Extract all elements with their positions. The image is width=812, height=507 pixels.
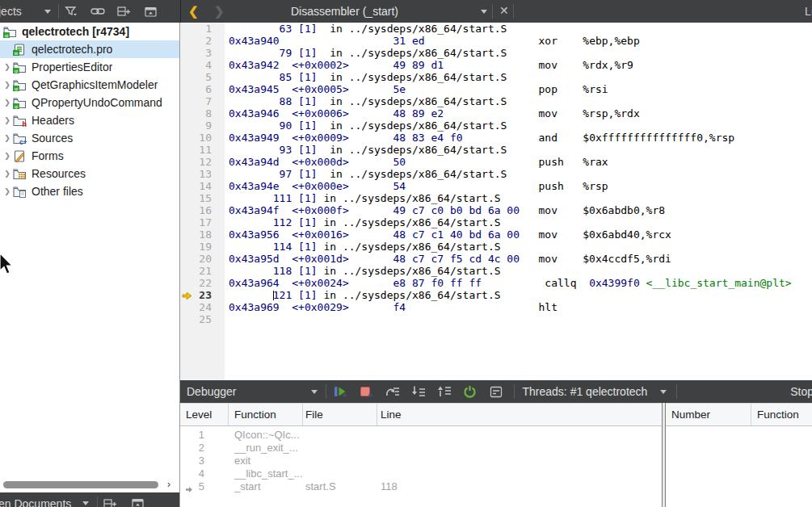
- stack-column-function[interactable]: Function: [229, 404, 303, 425]
- document-dropdown[interactable]: Disassembler (_start): [291, 5, 398, 18]
- breakpoints-column-function[interactable]: Function: [751, 404, 812, 425]
- console-view-icon[interactable]: [484, 382, 508, 401]
- line-number[interactable]: 18: [180, 228, 225, 241]
- stack-frame-row[interactable]: 5_startstart.S118: [180, 480, 663, 492]
- disasm-line-6[interactable]: 0x43a945 <+0x0005> 5e pop %rsi: [225, 83, 812, 95]
- chevron-down-icon[interactable]: [481, 10, 487, 14]
- code-area[interactable]: 63 [1] in ../sysdeps/x86_64/start.S0x43a…: [225, 23, 812, 380]
- disasm-line-3[interactable]: 79 [1] in ../sysdeps/x86_64/start.S: [225, 47, 812, 59]
- disasm-line-21[interactable]: 118 [1] in ../sysdeps/x86_64/start.S: [225, 265, 812, 277]
- chevron-down-icon[interactable]: [311, 390, 318, 394]
- chevron-right-icon[interactable]: ❯: [2, 98, 13, 107]
- chevron-down-icon[interactable]: [44, 10, 51, 14]
- split-new-window-icon[interactable]: [101, 495, 119, 507]
- line-number[interactable]: 25: [180, 313, 225, 325]
- sidebar-item-qetgraphicsitemmodeler[interactable]: ❯qtQetGraphicsItemModeler: [0, 76, 179, 94]
- line-number[interactable]: 10: [180, 132, 225, 144]
- forward-icon[interactable]: ❯: [214, 4, 225, 19]
- disasm-line-5[interactable]: 85 [1] in ../sysdeps/x86_64/start.S: [225, 71, 812, 83]
- disasm-line-4[interactable]: 0x43a942 <+0x0002> 49 89 d1 mov %rdx,%r9: [225, 59, 812, 71]
- stack-frame-row[interactable]: 4__libc_start_...: [180, 467, 663, 480]
- scroll-right-icon[interactable]: ›: [167, 479, 170, 490]
- line-number[interactable]: 11: [180, 144, 225, 156]
- disasm-line-19[interactable]: 114 [1] in ../sysdeps/x86_64/start.S: [225, 241, 812, 253]
- scrollbar-thumb[interactable]: [3, 481, 158, 488]
- sidebar-item-resources[interactable]: ❯Resources: [0, 165, 179, 182]
- breakpoints-column-number[interactable]: Number: [666, 404, 751, 425]
- disasm-line-7[interactable]: 88 [1] in ../sysdeps/x86_64/start.S: [225, 95, 812, 107]
- link-with-editor-icon[interactable]: [89, 2, 107, 20]
- line-number[interactable]: 9: [180, 119, 225, 132]
- line-number[interactable]: 23: [180, 289, 225, 301]
- sidebar-item-propertieseditor[interactable]: ❯qtPropertiesEditor: [0, 58, 179, 76]
- line-number[interactable]: 4: [180, 59, 225, 71]
- interrupt-icon[interactable]: [355, 382, 379, 401]
- restart-icon[interactable]: [458, 382, 482, 401]
- chevron-right-icon[interactable]: ❯: [2, 152, 13, 160]
- disasm-line-13[interactable]: 97 [1] in ../sysdeps/x86_64/start.S: [225, 168, 812, 180]
- sidebar-item-qelectrotech-r4734[interactable]: qtqelectrotech [r4734]: [0, 23, 179, 40]
- stack-column-level[interactable]: Level: [180, 404, 229, 425]
- sidebar-item-forms[interactable]: ❯Forms: [0, 147, 179, 165]
- disasm-line-1[interactable]: 63 [1] in ../sysdeps/x86_64/start.S: [225, 23, 812, 35]
- line-number[interactable]: 13: [180, 168, 225, 180]
- step-out-icon[interactable]: [432, 382, 456, 401]
- open-documents-title[interactable]: en Documents: [0, 497, 71, 507]
- disasm-line-25[interactable]: [225, 313, 812, 325]
- close-icon[interactable]: ✕: [499, 4, 509, 17]
- line-number[interactable]: 24: [180, 301, 225, 313]
- line-number[interactable]: 12: [180, 156, 225, 168]
- disasm-line-20[interactable]: 0x43a95d <+0x001d> 48 c7 c7 f5 cd 4c 00 …: [225, 253, 812, 265]
- disasm-line-9[interactable]: 90 [1] in ../sysdeps/x86_64/start.S: [225, 119, 812, 132]
- chevron-right-icon[interactable]: ❯: [2, 170, 13, 178]
- line-number[interactable]: 22: [180, 277, 225, 289]
- chevron-right-icon[interactable]: ❯: [2, 134, 13, 142]
- sidebar-item-qelectrotech-pro[interactable]: qelectrotech.pro: [0, 40, 179, 58]
- line-number[interactable]: 6: [180, 83, 225, 95]
- chevron-right-icon[interactable]: ❯: [2, 63, 13, 71]
- disasm-line-2[interactable]: 0x43a940 31 ed xor %ebp,%ebp: [225, 35, 812, 47]
- back-icon[interactable]: ❮: [188, 4, 199, 19]
- line-number[interactable]: 15: [180, 192, 225, 204]
- line-number-gutter[interactable]: 1234567891011121314151617181920212223242…: [180, 23, 225, 380]
- disasm-line-22[interactable]: 0x43a964 <+0x0024> e8 87 f0 ff ff callq …: [225, 277, 812, 289]
- disasm-line-14[interactable]: 0x43a94e <+0x000e> 54 push %rsp: [225, 180, 812, 192]
- chevron-down-icon[interactable]: [82, 501, 89, 505]
- stack-frame-row[interactable]: 2__run_exit_...: [180, 441, 663, 454]
- step-over-icon[interactable]: [381, 382, 405, 401]
- threads-select[interactable]: Threads: #1 qelectrotech: [523, 385, 648, 398]
- disasm-line-17[interactable]: 112 [1] in ../sysdeps/x86_64/start.S: [225, 216, 812, 228]
- line-number[interactable]: 2: [180, 35, 225, 47]
- disasm-line-8[interactable]: 0x43a946 <+0x0006> 48 89 e2 mov %rsp,%rd…: [225, 107, 812, 119]
- line-number[interactable]: 14: [180, 180, 225, 192]
- disasm-line-12[interactable]: 0x43a94d <+0x000d> 50 push %rax: [225, 156, 812, 168]
- chevron-right-icon[interactable]: ❯: [2, 116, 13, 124]
- chevron-right-icon[interactable]: ❯: [2, 81, 13, 89]
- split-new-window-icon[interactable]: [116, 2, 133, 20]
- disasm-line-11[interactable]: 93 [1] in ../sysdeps/x86_64/start.S: [225, 144, 812, 156]
- sidebar-item-headers[interactable]: ❯hHeaders: [0, 111, 179, 129]
- projects-pane-title[interactable]: jects: [0, 5, 22, 18]
- step-into-icon[interactable]: [406, 382, 431, 401]
- line-number[interactable]: 5: [180, 71, 225, 83]
- line-number[interactable]: 16: [180, 204, 225, 216]
- disasm-line-10[interactable]: 0x43a949 <+0x0009> 48 83 e4 f0 and $0xff…: [225, 132, 812, 144]
- disasm-line-24[interactable]: 0x43a969 <+0x0029> f4 hlt: [225, 301, 812, 313]
- line-number[interactable]: 17: [180, 216, 225, 228]
- line-number[interactable]: 7: [180, 95, 225, 107]
- filter-icon[interactable]: [62, 2, 80, 20]
- stack-frame-row[interactable]: 3exit: [180, 454, 663, 467]
- chevron-down-icon[interactable]: [660, 390, 667, 394]
- collapse-panel-icon[interactable]: [142, 2, 160, 20]
- chevron-right-icon[interactable]: ❯: [2, 187, 13, 195]
- sidebar-horizontal-scrollbar[interactable]: ›: [0, 479, 179, 491]
- sidebar-item-sources[interactable]: ❯c+Sources: [0, 129, 179, 147]
- debugger-perspective-select[interactable]: Debugger: [187, 385, 237, 398]
- disasm-line-18[interactable]: 0x43a956 <+0x0016> 48 c7 c1 40 bd 6a 00 …: [225, 228, 812, 241]
- stack-column-line[interactable]: Line: [377, 404, 663, 425]
- disasm-line-16[interactable]: 0x43a94f <+0x000f> 49 c7 c0 b0 bd 6a 00 …: [225, 204, 812, 216]
- continue-icon[interactable]: [329, 382, 353, 401]
- disasm-line-15[interactable]: 111 [1] in ../sysdeps/x86_64/start.S: [225, 192, 812, 204]
- line-number[interactable]: 8: [180, 107, 225, 119]
- stack-frame-row[interactable]: 1QIcon::~QIc...: [180, 428, 663, 441]
